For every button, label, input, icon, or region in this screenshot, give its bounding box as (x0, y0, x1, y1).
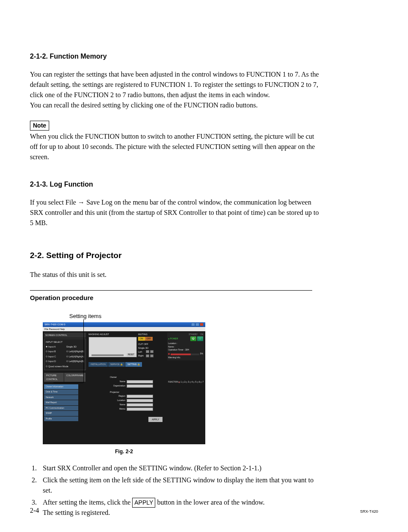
pname-input[interactable] (127, 403, 153, 407)
apply-button[interactable]: APPLY (148, 417, 163, 422)
sidebar-item-owner-info[interactable]: Owner Information (44, 384, 78, 389)
lock-icon: 🔒 (120, 363, 123, 366)
tab-setting[interactable]: SETTING 🔒 (125, 362, 142, 367)
masking-area[interactable]: RESET (89, 337, 137, 357)
cutoff-single: Single 3D (138, 346, 166, 350)
form-org-label: Organization (110, 384, 125, 388)
form-memo-label: Memo (110, 407, 125, 411)
radio-icon[interactable] (46, 351, 47, 352)
heading-2-2: 2-2. Setting of Projector (30, 250, 378, 262)
muting-off-button[interactable]: OFF (145, 337, 153, 341)
cutoff-right-btn2[interactable] (150, 354, 154, 357)
input-d: Input D (48, 360, 56, 363)
reset-button[interactable]: RESET (127, 353, 136, 357)
leader-line (53, 383, 83, 383)
function-radio-1[interactable] (178, 381, 180, 383)
figure-caption: Fig. 2-2 (43, 448, 205, 455)
radio-icon[interactable] (46, 346, 47, 348)
screen-control-title: SCREEN CONTROL (44, 333, 86, 338)
mode-lr-bb: Left[B]Right[B] (69, 360, 84, 363)
menu-bar[interactable]: File Password Help (43, 327, 205, 331)
form-location-label: Location (110, 399, 125, 402)
input-a: Input A (48, 345, 56, 348)
form-name2-label: Name (110, 403, 125, 407)
leader-line (83, 319, 84, 383)
heading-2-1-2: 2-1-2. Function Memory (30, 51, 378, 62)
masking-adjust-label: MASKING ADJUST (89, 333, 137, 336)
lamp-dot-icon (168, 353, 170, 355)
sidebar-item-snmp[interactable]: SNMP (44, 411, 78, 416)
note-label: Note (30, 121, 49, 131)
function-radio-5[interactable] (193, 381, 195, 383)
maximize-icon[interactable] (195, 323, 199, 326)
p-212-2: You can recall the desired setting by cl… (30, 100, 321, 110)
sidebar-item-network[interactable]: Network (44, 395, 78, 400)
note-body: When you click the FUNCTION button to sw… (30, 131, 321, 162)
organization-input[interactable] (127, 384, 153, 388)
input-select-label: INPUT SELECT (46, 340, 84, 344)
quad-mode: Quad screen Mode (48, 365, 68, 368)
sidebar-item-pc-comm[interactable]: PC Communication (44, 406, 78, 411)
window-title: SRX-T420 COM 0 (44, 323, 65, 327)
on-label: ON (200, 333, 203, 336)
function-radio-4[interactable] (189, 381, 191, 383)
form-name-label: Name (110, 380, 125, 383)
owner-section: Owner (110, 375, 204, 379)
cutoff-label: CUT OFF (138, 342, 166, 346)
cutoff-left-btn2[interactable] (150, 350, 154, 353)
radio-icon[interactable] (46, 356, 47, 357)
radio-icon[interactable] (46, 360, 47, 362)
mask-slider[interactable] (92, 354, 124, 356)
region-input[interactable] (127, 395, 153, 398)
power-label: ● POWER (168, 337, 178, 341)
name-label: Name : (168, 345, 203, 349)
sidebar-item-profile[interactable]: Profile (44, 416, 78, 422)
memo-input[interactable] (127, 407, 153, 411)
form-region-label: Region (110, 395, 125, 398)
muting-on-button[interactable]: ON (138, 337, 145, 341)
cutoff-right-btn1[interactable] (146, 354, 149, 357)
radio-icon[interactable] (66, 360, 68, 362)
function-radio-3[interactable] (186, 381, 187, 383)
screenshot-setting-window: SRX-T420 COM 0 File Password Help SCREEN… (43, 322, 205, 444)
step-2: Click the setting item on the left side … (30, 475, 321, 496)
heading-2-1-3: 2-1-3. Log Function (30, 179, 378, 190)
model-label: SRX-T420 (360, 509, 378, 515)
radio-icon[interactable] (46, 366, 47, 367)
standby-label: STANDBY (189, 333, 198, 336)
location-input[interactable] (127, 399, 153, 402)
p-213-1: If you select File → Save Log on the men… (30, 197, 321, 228)
step-1: Start SRX Controller and open the SETTIN… (30, 463, 321, 473)
sidebar-item-mail-report[interactable]: Mail Report (44, 400, 78, 405)
tab-color-frame[interactable]: COLOR/FRAME (64, 373, 86, 382)
subhead-operation-procedure: Operation procedure (30, 293, 312, 303)
standby-button[interactable]: ⏻ (190, 336, 196, 341)
muting-label: MUTING (138, 333, 166, 336)
operation-timer: Operation Timer : 30H (168, 348, 203, 352)
function-radio-2[interactable] (182, 381, 184, 383)
tab-service[interactable]: SERVICE 🔒 (108, 362, 125, 367)
lamp-bar (171, 354, 199, 355)
input-c: Input C (48, 355, 56, 358)
power-icon: ⏻ (192, 337, 195, 341)
warning-info: Warning Info. (168, 356, 203, 360)
minimize-icon[interactable] (191, 323, 195, 326)
projector-section: Projector (110, 390, 204, 394)
cutoff-left-label: Left (138, 350, 145, 354)
function-radio-7[interactable] (200, 381, 202, 383)
close-icon[interactable] (200, 323, 204, 326)
radio-icon[interactable] (66, 351, 68, 352)
tab-picture-control[interactable]: PICTURE CONTROL (44, 373, 64, 382)
location-label: Location : (168, 342, 203, 345)
sidebar-item-date-time[interactable]: Date & Time (44, 389, 78, 395)
mode-lr-ab: Left[A]Right[B] (69, 350, 84, 353)
cutoff-left-btn1[interactable] (146, 350, 149, 353)
tab-installation[interactable]: INSTALLATION (89, 362, 108, 367)
function-radio-6[interactable] (197, 381, 198, 383)
name-input[interactable] (127, 380, 153, 383)
p-22-1: The status of this unit is set. (30, 270, 321, 280)
page-number: 2-4 (30, 505, 39, 516)
on-button[interactable]: | (197, 336, 203, 341)
radio-icon[interactable] (66, 356, 68, 357)
lamp-pct: 5% (200, 352, 203, 356)
